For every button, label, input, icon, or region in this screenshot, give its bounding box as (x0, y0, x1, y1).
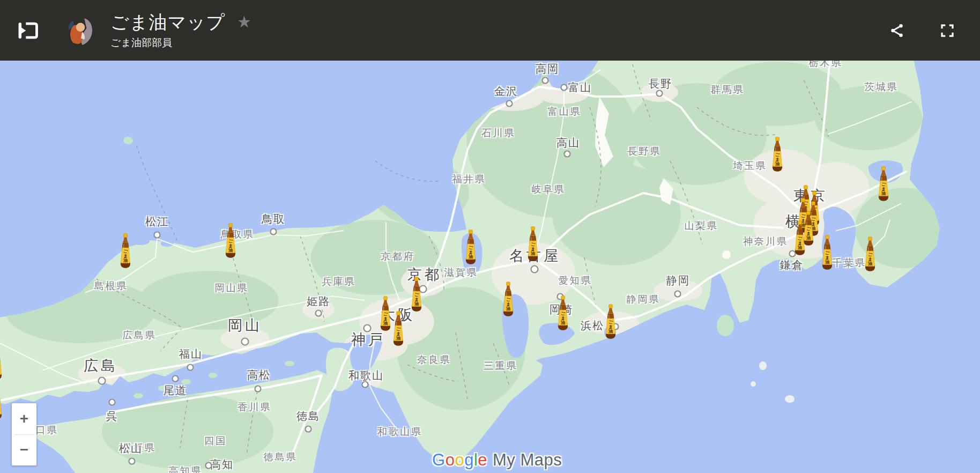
fullscreen-icon[interactable] (939, 23, 955, 39)
page-subtitle: ごま油部部員 (110, 36, 251, 50)
my-maps-label: My Maps (493, 450, 562, 469)
header-bar: ごま油マップ ★ ごま油部部員 (0, 0, 980, 61)
zoom-out-button[interactable]: − (12, 435, 36, 466)
star-icon[interactable]: ★ (237, 14, 251, 30)
google-my-maps-logo: GoogleMy Maps (432, 450, 562, 470)
zoom-in-button[interactable]: + (12, 403, 36, 434)
map-canvas[interactable]: ご ま 油 (0, 0, 980, 473)
avatar[interactable] (62, 13, 98, 48)
page-title: ごま油マップ (110, 11, 225, 33)
zoom-control: + − (12, 403, 36, 465)
google-logo: Google (432, 450, 487, 469)
collapse-panel-icon[interactable] (16, 19, 40, 42)
map-terrain-svg: ご ま 油 (0, 0, 980, 473)
share-icon[interactable] (889, 23, 905, 39)
